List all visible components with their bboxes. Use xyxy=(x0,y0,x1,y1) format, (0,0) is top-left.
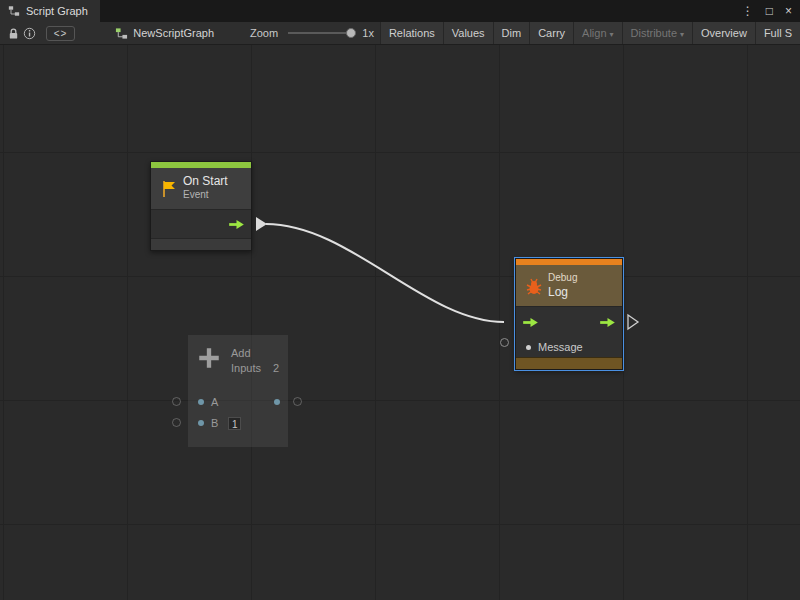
overview-button[interactable]: Overview xyxy=(692,22,755,45)
row-a-label: A xyxy=(211,396,218,408)
zoom-value: 1x xyxy=(362,27,374,39)
row-a-connection-ring[interactable] xyxy=(172,397,181,406)
message-port[interactable] xyxy=(526,345,531,350)
close-button[interactable]: × xyxy=(785,0,792,22)
port-dot[interactable] xyxy=(274,399,280,405)
debug-log-node[interactable]: Debug Log Message xyxy=(515,258,623,370)
port-dot[interactable] xyxy=(198,420,204,426)
debug-output-port[interactable] xyxy=(599,317,616,328)
titlebar: Script Graph ⋮ □ × xyxy=(0,0,800,22)
on-start-title-bar: On Start Event xyxy=(151,168,251,210)
preview-row-b: B 1 xyxy=(198,416,241,430)
node-title: Log xyxy=(548,285,622,299)
bug-icon xyxy=(524,276,544,296)
zoom-slider[interactable] xyxy=(288,32,354,34)
fullscreen-button[interactable]: Full S xyxy=(755,22,800,45)
wire-layer xyxy=(0,45,800,600)
carry-button[interactable]: Carry xyxy=(529,22,573,45)
message-label: Message xyxy=(538,341,583,353)
row-a-output-ring[interactable] xyxy=(293,397,302,406)
debug-footer xyxy=(516,357,622,369)
debug-output-hint-arrow xyxy=(628,315,638,329)
zoom-knob[interactable] xyxy=(346,28,356,38)
preview-row-a: A xyxy=(198,395,218,409)
relations-button[interactable]: Relations xyxy=(380,22,443,45)
chevron-down-icon: ▾ xyxy=(610,30,614,39)
on-start-port-row xyxy=(151,210,251,238)
plus-icon xyxy=(196,345,222,371)
script-graph-icon xyxy=(8,5,20,17)
graph-name-label: NewScriptGraph xyxy=(133,27,214,39)
window-controls: ⋮ □ × xyxy=(742,0,800,22)
port-dot[interactable] xyxy=(198,399,204,405)
values-button[interactable]: Values xyxy=(443,22,493,45)
info-icon[interactable] xyxy=(22,22,38,45)
graph-asset-icon xyxy=(115,27,128,40)
align-button[interactable]: Align▾ xyxy=(573,22,621,45)
toolbar-button-group: Relations Values Dim Carry Align▾ Distri… xyxy=(380,22,800,45)
node-subtitle: Event xyxy=(183,188,251,202)
add-inputs-title: Add Inputs2 xyxy=(196,345,279,376)
row-b-connection-ring[interactable] xyxy=(172,418,181,427)
wire-start-arrow xyxy=(256,217,267,231)
add-inputs-count: 2 xyxy=(273,362,279,374)
tab-title: Script Graph xyxy=(26,5,88,17)
row-b-value-field[interactable]: 1 xyxy=(228,417,241,430)
node-category: Debug xyxy=(548,271,622,285)
message-connection-ring[interactable] xyxy=(500,338,509,347)
window-menu-button[interactable]: ⋮ xyxy=(742,0,754,22)
code-icon[interactable]: <> xyxy=(46,26,76,41)
tab-script-graph[interactable]: Script Graph xyxy=(0,0,100,22)
row-b-label: B xyxy=(211,417,218,429)
add-label-line2: Inputs xyxy=(231,362,261,374)
on-start-footer xyxy=(151,238,251,250)
debug-message-row: Message xyxy=(516,337,622,357)
node-title: On Start xyxy=(183,174,251,188)
graph-name[interactable]: NewScriptGraph xyxy=(115,27,214,40)
on-start-node[interactable]: On Start Event xyxy=(150,161,252,251)
flag-icon xyxy=(159,179,179,199)
debug-input-port[interactable] xyxy=(522,317,539,328)
add-label-line1: Add xyxy=(231,346,279,361)
graph-canvas[interactable]: On Start Event Debug xyxy=(0,45,800,600)
zoom-label: Zoom xyxy=(250,27,278,39)
add-inputs-preview-node[interactable]: Add Inputs2 A B 1 xyxy=(188,335,288,447)
lock-icon[interactable] xyxy=(6,22,22,45)
maximize-button[interactable]: □ xyxy=(766,0,773,22)
dim-button[interactable]: Dim xyxy=(493,22,530,45)
distribute-button[interactable]: Distribute▾ xyxy=(622,22,692,45)
on-start-output-port[interactable] xyxy=(228,219,245,230)
script-graph-window: Script Graph ⋮ □ × <> NewScriptGraph Zoo… xyxy=(0,0,800,600)
debug-title-bar: Debug Log xyxy=(516,265,622,307)
connection-wire[interactable] xyxy=(266,224,504,322)
graph-toolbar: <> NewScriptGraph Zoom 1x Relations Valu… xyxy=(0,22,800,45)
chevron-down-icon: ▾ xyxy=(680,30,684,39)
debug-port-row xyxy=(516,307,622,337)
